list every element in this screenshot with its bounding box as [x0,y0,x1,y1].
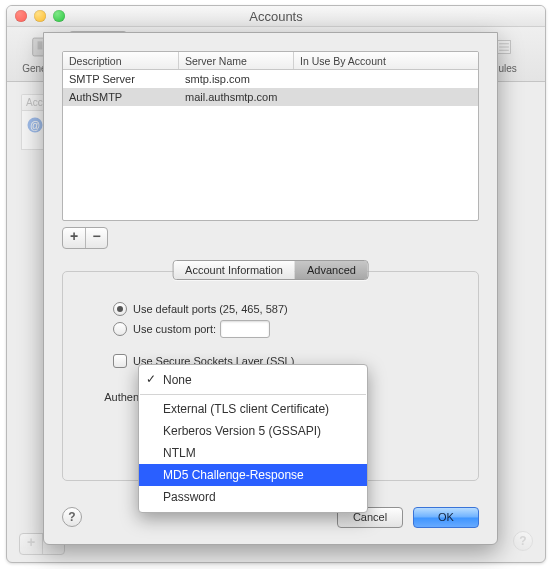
row-custom-port[interactable]: Use custom port: [113,320,460,338]
table-row[interactable]: SMTP Server smtp.isp.com [63,70,478,88]
custom-port-input[interactable] [220,320,270,338]
column-inuse[interactable]: In Use By Account [294,52,478,69]
help-button[interactable]: ? [513,531,533,551]
label-custom-port: Use custom port: [133,323,216,335]
cell-inuse [294,88,478,106]
tab-account-info[interactable]: Account Information [173,261,295,279]
window-title: Accounts [249,9,302,24]
ok-button[interactable]: OK [413,507,479,528]
cell-inuse [294,70,478,88]
table-row[interactable]: AuthSMTP mail.authsmtp.com [63,88,478,106]
cell-server: mail.authsmtp.com [179,88,294,106]
menu-item-kerberos[interactable]: Kerberos Version 5 (GSSAPI) [139,420,367,442]
at-icon: @ [25,115,45,135]
menu-item-password[interactable]: Password [139,486,367,508]
titlebar: Accounts [7,6,545,27]
menu-item-md5[interactable]: MD5 Challenge-Response [139,464,367,486]
menu-item-ntlm[interactable]: NTLM [139,442,367,464]
server-table-header: Description Server Name In Use By Accoun… [63,52,478,70]
checkbox-ssl[interactable] [113,354,127,368]
server-add-remove: + − [62,227,108,249]
zoom-icon[interactable] [53,10,65,22]
row-default-ports[interactable]: Use default ports (25, 465, 587) [113,302,460,316]
column-server[interactable]: Server Name [179,52,294,69]
segmented-tabs: Account Information Advanced [172,260,369,280]
label-default-ports: Use default ports (25, 465, 587) [133,303,288,315]
tab-advanced[interactable]: Advanced [295,261,368,279]
svg-text:@: @ [30,120,40,131]
menu-item-none[interactable]: None [139,369,367,391]
menu-divider [140,394,366,395]
menu-item-external[interactable]: External (TLS client Certificate) [139,398,367,420]
minimize-icon[interactable] [34,10,46,22]
cell-description: AuthSMTP [63,88,179,106]
help-button[interactable]: ? [62,507,82,527]
cell-description: SMTP Server [63,70,179,88]
svg-rect-1 [38,41,43,49]
radio-custom-port[interactable] [113,322,127,336]
traffic-lights [15,10,65,22]
remove-server-button[interactable]: − [85,228,107,248]
close-icon[interactable] [15,10,27,22]
cell-server: smtp.isp.com [179,70,294,88]
column-description[interactable]: Description [63,52,179,69]
add-server-button[interactable]: + [63,228,85,248]
radio-default-ports[interactable] [113,302,127,316]
authentication-menu: None External (TLS client Certificate) K… [138,364,368,513]
add-account-button[interactable]: + [20,534,42,554]
server-table: Description Server Name In Use By Accoun… [62,51,479,221]
